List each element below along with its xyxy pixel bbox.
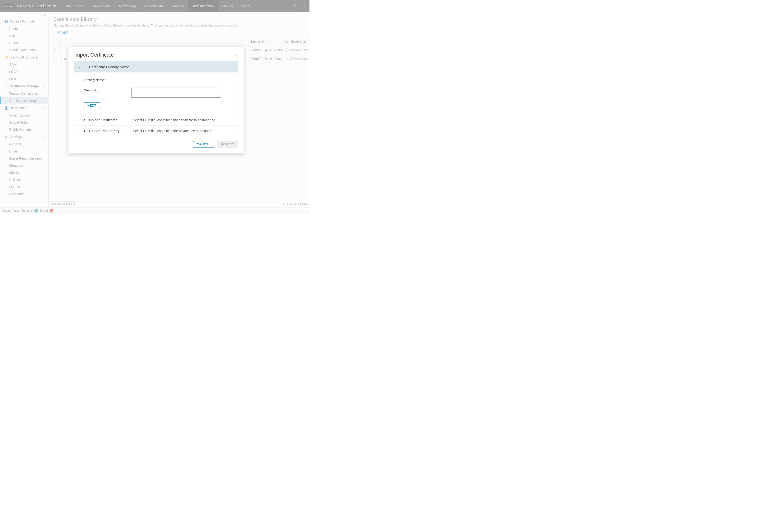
description-textarea[interactable] (131, 88, 221, 98)
step-description: Select PEM file, containing the certific… (133, 118, 216, 122)
step-title: Upload Certificate (89, 118, 133, 122)
step-title: Upload Private Key (89, 129, 133, 133)
step-3-header[interactable]: 3. Upload Private Key Select PEM file, c… (74, 125, 238, 136)
step-1-header[interactable]: ⌄ 1. Certificate Friendly Name (74, 62, 238, 72)
import-certificate-modal: Import Certificate ✕ ⌄ 1. Certificate Fr… (68, 47, 244, 153)
wizard-stepper: ⌄ 1. Certificate Friendly Name Friendly … (74, 61, 238, 136)
cancel-button[interactable]: CANCEL (193, 141, 214, 148)
step-1-body: Friendly Name* Description NEXT (74, 72, 238, 115)
step-title: Certificate Friendly Name (89, 65, 133, 69)
step-number: 3. (83, 129, 89, 133)
friendly-name-label: Friendly Name* (84, 77, 131, 82)
import-button: IMPORT (217, 141, 238, 148)
step-number: 1. (83, 65, 89, 69)
next-button[interactable]: NEXT (84, 102, 100, 109)
description-label: Description (84, 88, 131, 92)
step-2-header[interactable]: 2. Upload Certificate Select PEM file, c… (74, 115, 238, 125)
modal-title: Import Certificate (74, 52, 114, 58)
step-number: 2. (83, 118, 89, 122)
close-icon[interactable]: ✕ (235, 53, 238, 57)
friendly-name-input[interactable] (131, 77, 221, 83)
step-description: Select PEM file, containing the private … (133, 129, 212, 133)
chevron-down-icon: ⌄ (79, 65, 83, 69)
